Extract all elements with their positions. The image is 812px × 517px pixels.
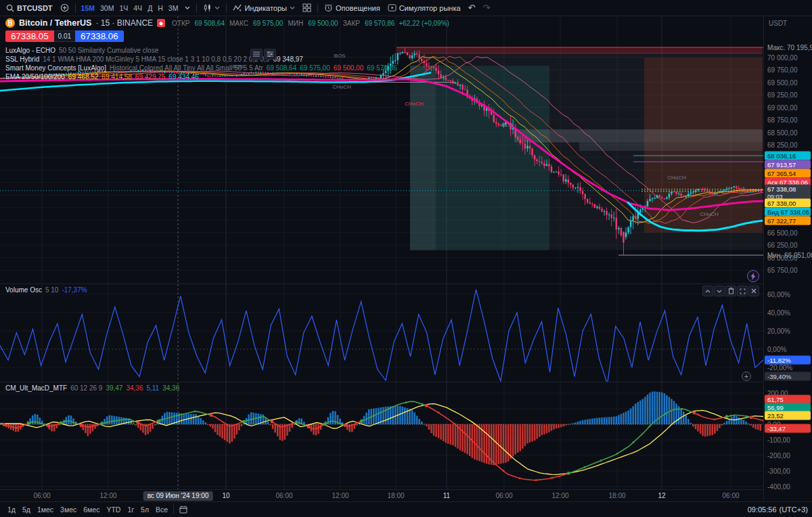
add-symbol-button[interactable] — [57, 1, 72, 15]
timeframe-1Ч[interactable]: 1Ч — [116, 1, 131, 15]
macd-tick-label: -400,00 — [767, 483, 790, 491]
range-1мес[interactable]: 1мес — [34, 504, 57, 515]
volume-tick-label: -20,00% — [767, 364, 792, 372]
macd-value: 34,36 — [162, 384, 179, 392]
macd-tick-label: -300,00 — [767, 468, 790, 475]
indicator-legend-row[interactable]: EMA 20/50/100/20069 468,5269 414,5869 42… — [5, 72, 397, 81]
timeframe-4Ч[interactable]: 4Ч — [131, 1, 145, 15]
pane-move-down-button[interactable] — [714, 286, 725, 296]
indicator-value: 69 348,97 — [273, 55, 303, 63]
macd-title: CM_Ult_MacD_MTF — [5, 384, 67, 392]
indicators-button[interactable]: Индикаторы — [229, 1, 298, 15]
indicator-legend-row[interactable]: Smart Money Concepts [LuxAlgo]Historical… — [5, 64, 397, 72]
ohlc-label: ЗАКР — [343, 20, 360, 27]
undo-button[interactable]: ↶ — [465, 1, 479, 15]
macd-canvas[interactable] — [0, 382, 763, 489]
pane-maximize-button[interactable] — [737, 286, 748, 296]
calendar-icon — [179, 505, 187, 514]
price-axis[interactable]: USDT 70 000,0069 750,0069 500,0069 250,0… — [763, 16, 812, 501]
time-tick-label: 06:00 — [33, 492, 50, 499]
plus-circle-icon[interactable]: + — [742, 372, 751, 381]
indicator-name: SSL Hybrid — [5, 55, 39, 63]
sell-button[interactable]: 67338.05 — [5, 30, 54, 42]
volume-tick-label: 0,00% — [767, 346, 786, 353]
timeframe-Н[interactable]: Н — [155, 1, 166, 15]
macd-tick-label: -100,00 — [767, 436, 790, 444]
ohlc-label: ОТКР — [172, 20, 189, 27]
toolbar-separator — [173, 505, 174, 514]
bid-price-badge: Бид 67 338,05 — [765, 208, 811, 217]
indicator-name: Smart Money Concepts [LuxAlgo] — [5, 64, 106, 72]
volume-osc-params: 5 10 — [45, 286, 58, 294]
timeframe-Д[interactable]: Д — [145, 1, 155, 15]
clock[interactable]: 09:05:56 (UTC+3) — [748, 505, 808, 514]
volume-tick-label: 20,00% — [767, 327, 790, 334]
legend-list-icon[interactable] — [250, 49, 263, 60]
pane-close-button[interactable] — [748, 286, 759, 296]
timeframe-15M[interactable]: 15M — [78, 1, 97, 15]
ohlc-value: 69 500,00 — [308, 20, 338, 27]
price-tick-label: 70 000,00 — [767, 53, 798, 61]
pane-controls — [702, 286, 759, 296]
bitcoin-icon: B — [5, 18, 15, 28]
timeframe-menu-button[interactable] — [181, 1, 194, 15]
macd-value-badge: -33,47 — [765, 424, 811, 433]
redo-button[interactable]: ↷ — [479, 1, 493, 15]
timeframe-3М[interactable]: 3М — [166, 1, 181, 15]
buy-button[interactable]: 67338.06 — [75, 30, 124, 42]
range-Все[interactable]: Все — [152, 504, 171, 515]
indicator-params: 14 1 WMA HMA 200 McGinley 5 HMA 15 close… — [43, 55, 269, 63]
svg-text:CHoCH: CHoCH — [405, 101, 424, 107]
time-axis[interactable]: вс 09 Июн '24 19:00 06:0012:001006:0012:… — [0, 489, 763, 501]
low-price-label: Мин. 66 051,00 — [767, 252, 812, 259]
range-5д[interactable]: 5д — [19, 504, 34, 515]
market-simulator-button[interactable]: Симулятор рынка — [384, 1, 464, 15]
alerts-button[interactable]: Оповещения — [321, 1, 384, 15]
layout-grid-button[interactable] — [299, 1, 315, 15]
chart-type-button[interactable] — [200, 1, 223, 15]
macd-legend[interactable]: CM_Ult_MacD_MTF 60 12 26 9 39,4734,365,1… — [5, 384, 179, 392]
range-3мес[interactable]: 3мес — [57, 504, 80, 515]
range-1г[interactable]: 1г — [124, 504, 137, 515]
time-tick-label: 12:00 — [332, 492, 348, 499]
macd-value: 39,47 — [106, 384, 122, 392]
quantity-field[interactable]: 0.01 — [54, 30, 75, 42]
candlestick-chart-icon — [203, 3, 212, 12]
indicator-value: 69 434,46 — [168, 73, 199, 81]
pane-delete-button[interactable] — [725, 286, 736, 296]
macd-params: 60 12 26 9 — [70, 384, 102, 392]
tradingview-app: BTCUSDT 15M30M1Ч4ЧДН3М Индикаторы — [0, 0, 812, 517]
timeframe-30M[interactable]: 30M — [97, 1, 116, 15]
svg-text:CHoCH: CHoCH — [667, 175, 686, 181]
go-to-date-button[interactable] — [176, 503, 191, 516]
bottom-toolbar: 1д5д1мес3мес6месYTD1г5лВсе 09:05:56 (UTC… — [0, 501, 812, 517]
ohlc-value: 69 575,00 — [253, 20, 284, 27]
indicators-icon — [233, 3, 242, 12]
pane-divider[interactable] — [0, 382, 812, 382]
symbol-search-button[interactable]: BTCUSDT — [3, 1, 56, 15]
volume-osc-value: -17,37% — [62, 286, 87, 294]
price-tick-label: 69 500,00 — [767, 78, 798, 86]
pane-move-up-button[interactable] — [702, 286, 713, 296]
range-5л[interactable]: 5л — [137, 504, 152, 515]
indicator-params: 50 50 Similarity Cumulative close — [59, 47, 158, 54]
indicator-legend-row[interactable]: LuxAlgo - ECHO50 50 Similarity Cumulativ… — [5, 46, 397, 55]
legend-sliders-icon[interactable] — [264, 49, 276, 60]
symbol-info-row[interactable]: B Bitcoin / TetherUS · 15 · BINANCE ◆ ОТ… — [5, 18, 449, 28]
clock-timezone: (UTC+3) — [780, 505, 808, 514]
volume-low-badge: -39,40% — [765, 372, 811, 381]
volume-osc-legend[interactable]: Volume Osc 5 10 -17,37% — [5, 286, 87, 294]
indicator-legend-row[interactable]: SSL Hybrid14 1 WMA HMA 200 McGinley 5 HM… — [5, 55, 397, 64]
toolbar-separator — [317, 3, 318, 13]
volume-osc-canvas[interactable] — [0, 284, 763, 382]
range-6мес[interactable]: 6мес — [80, 504, 103, 515]
ohlc-value: 69 570,86 — [365, 20, 395, 27]
last-price-countdown-badge: 67 338,0809:03 — [765, 185, 811, 200]
pane-divider[interactable] — [0, 284, 812, 284]
range-YTD[interactable]: YTD — [103, 504, 124, 515]
price-tick-label: 69 750,00 — [767, 66, 798, 74]
chevron-down-icon — [185, 6, 190, 10]
quick-trade-lightning-button[interactable] — [747, 270, 759, 282]
ohlc-values: ОТКР69 508,64МАКС69 575,00МИН69 500,00ЗА… — [172, 20, 394, 27]
range-1д[interactable]: 1д — [4, 504, 19, 515]
